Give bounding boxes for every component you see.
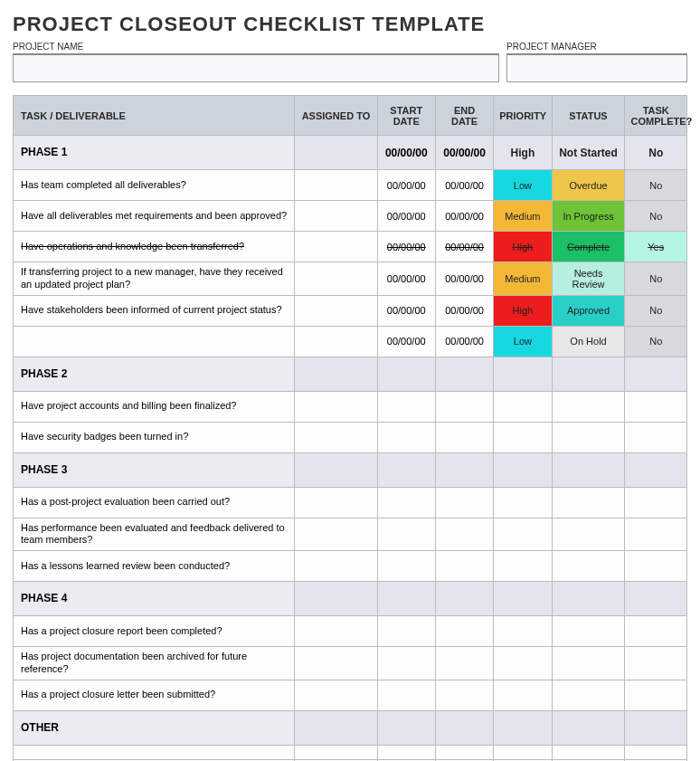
start-date-cell[interactable]: 00/00/00 xyxy=(377,326,435,357)
task-cell[interactable]: Has team completed all deliverables? xyxy=(14,170,295,201)
complete-cell[interactable] xyxy=(625,710,687,745)
priority-cell[interactable]: High xyxy=(494,232,552,262)
complete-cell[interactable] xyxy=(625,647,687,680)
assigned-cell[interactable] xyxy=(295,170,377,201)
task-cell[interactable]: PHASE 2 xyxy=(14,357,295,391)
priority-cell[interactable] xyxy=(494,582,552,616)
end-date-cell[interactable]: 00/00/00 xyxy=(435,232,493,262)
end-date-cell[interactable]: 00/00/00 xyxy=(435,262,493,296)
end-date-cell[interactable] xyxy=(435,452,493,487)
start-date-cell[interactable] xyxy=(377,391,435,422)
assigned-cell[interactable] xyxy=(295,710,377,745)
status-cell[interactable] xyxy=(552,710,625,745)
complete-cell[interactable] xyxy=(625,518,687,551)
start-date-cell[interactable] xyxy=(377,745,435,759)
complete-cell[interactable] xyxy=(625,680,687,710)
start-date-cell[interactable] xyxy=(377,647,435,680)
end-date-cell[interactable] xyxy=(435,710,493,745)
status-cell[interactable] xyxy=(552,647,625,680)
end-date-cell[interactable] xyxy=(435,391,493,422)
priority-cell[interactable]: High xyxy=(494,295,552,326)
complete-cell[interactable] xyxy=(625,582,687,616)
task-cell[interactable]: PHASE 4 xyxy=(14,582,295,616)
status-cell[interactable]: Approved xyxy=(552,295,625,326)
complete-cell[interactable] xyxy=(625,616,687,647)
assigned-cell[interactable] xyxy=(295,136,377,170)
start-date-cell[interactable] xyxy=(377,616,435,647)
start-date-cell[interactable] xyxy=(377,452,435,487)
complete-cell[interactable] xyxy=(625,391,687,422)
task-cell[interactable]: Has performance been evaluated and feedb… xyxy=(14,518,295,551)
task-cell[interactable] xyxy=(14,745,295,759)
end-date-cell[interactable]: 00/00/00 xyxy=(435,136,493,170)
complete-cell[interactable]: No xyxy=(625,136,687,170)
status-cell[interactable] xyxy=(552,452,625,487)
task-cell[interactable]: PHASE 1 xyxy=(14,136,295,170)
complete-cell[interactable] xyxy=(625,551,687,582)
task-cell[interactable]: Have stakeholders been informed of curre… xyxy=(14,295,295,326)
assigned-cell[interactable] xyxy=(295,647,377,680)
task-cell[interactable]: Have all deliverables met requirements a… xyxy=(14,201,295,232)
task-cell[interactable] xyxy=(14,326,295,357)
status-cell[interactable]: Needs Review xyxy=(552,262,625,296)
priority-cell[interactable] xyxy=(494,391,552,422)
start-date-cell[interactable]: 00/00/00 xyxy=(377,295,435,326)
end-date-cell[interactable] xyxy=(435,680,493,710)
task-cell[interactable]: Has a project closure letter been submit… xyxy=(14,680,295,710)
priority-cell[interactable] xyxy=(494,710,552,745)
start-date-cell[interactable] xyxy=(377,518,435,551)
project-manager-field[interactable] xyxy=(506,53,687,82)
status-cell[interactable] xyxy=(552,357,625,391)
task-cell[interactable]: Has a lessons learned review been conduc… xyxy=(14,551,295,582)
priority-cell[interactable] xyxy=(494,518,552,551)
priority-cell[interactable] xyxy=(494,357,552,391)
start-date-cell[interactable] xyxy=(377,551,435,582)
complete-cell[interactable]: No xyxy=(625,326,687,357)
complete-cell[interactable] xyxy=(625,357,687,391)
status-cell[interactable] xyxy=(552,616,625,647)
start-date-cell[interactable]: 00/00/00 xyxy=(377,170,435,201)
assigned-cell[interactable] xyxy=(295,357,377,391)
assigned-cell[interactable] xyxy=(295,518,377,551)
status-cell[interactable]: On Hold xyxy=(552,326,625,357)
assigned-cell[interactable] xyxy=(295,452,377,487)
assigned-cell[interactable] xyxy=(295,262,377,296)
priority-cell[interactable] xyxy=(494,680,552,710)
assigned-cell[interactable] xyxy=(295,616,377,647)
end-date-cell[interactable]: 00/00/00 xyxy=(435,201,493,232)
priority-cell[interactable] xyxy=(494,487,552,518)
start-date-cell[interactable]: 00/00/00 xyxy=(377,232,435,262)
task-cell[interactable]: If transferring project to a new manager… xyxy=(14,262,295,296)
start-date-cell[interactable] xyxy=(377,357,435,391)
assigned-cell[interactable] xyxy=(295,680,377,710)
status-cell[interactable] xyxy=(552,518,625,551)
complete-cell[interactable] xyxy=(625,422,687,452)
assigned-cell[interactable] xyxy=(295,326,377,357)
end-date-cell[interactable] xyxy=(435,616,493,647)
priority-cell[interactable]: Low xyxy=(494,326,552,357)
project-name-field[interactable] xyxy=(13,53,499,82)
status-cell[interactable] xyxy=(552,551,625,582)
priority-cell[interactable]: Medium xyxy=(494,262,552,296)
priority-cell[interactable]: Low xyxy=(494,170,552,201)
end-date-cell[interactable] xyxy=(435,422,493,452)
priority-cell[interactable]: High xyxy=(494,136,552,170)
end-date-cell[interactable]: 00/00/00 xyxy=(435,295,493,326)
end-date-cell[interactable] xyxy=(435,357,493,391)
task-cell[interactable]: Has a post-project evaluation been carri… xyxy=(14,487,295,518)
complete-cell[interactable]: Yes xyxy=(625,232,687,262)
status-cell[interactable] xyxy=(552,391,625,422)
status-cell[interactable] xyxy=(552,582,625,616)
end-date-cell[interactable]: 00/00/00 xyxy=(435,170,493,201)
start-date-cell[interactable] xyxy=(377,680,435,710)
priority-cell[interactable] xyxy=(494,452,552,487)
task-cell[interactable]: Has a project closure report been comple… xyxy=(14,616,295,647)
assigned-cell[interactable] xyxy=(295,745,377,759)
status-cell[interactable] xyxy=(552,745,625,759)
end-date-cell[interactable] xyxy=(435,647,493,680)
status-cell[interactable]: Not Started xyxy=(552,136,625,170)
end-date-cell[interactable] xyxy=(435,582,493,616)
priority-cell[interactable] xyxy=(494,647,552,680)
start-date-cell[interactable] xyxy=(377,710,435,745)
priority-cell[interactable] xyxy=(494,745,552,759)
